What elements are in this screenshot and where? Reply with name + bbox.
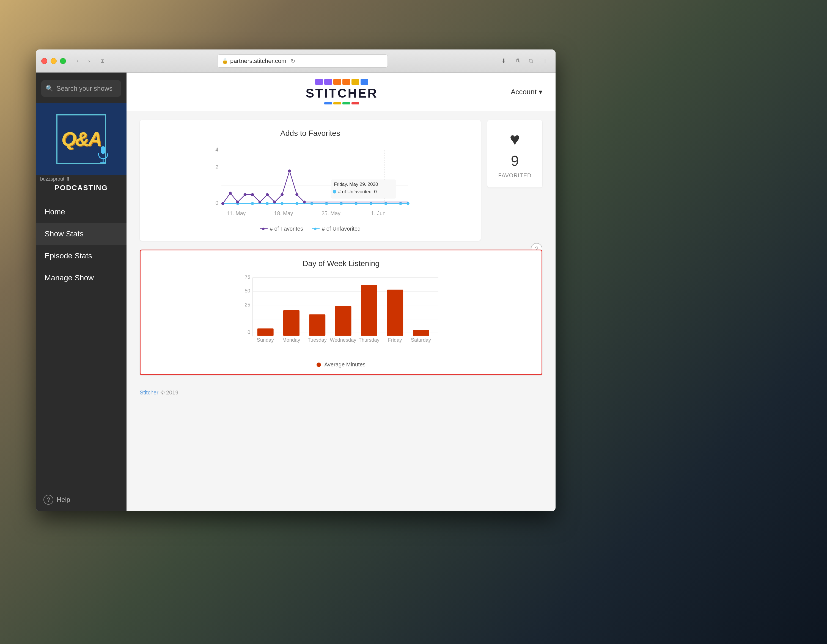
search-input-placeholder[interactable]: Search your shows bbox=[56, 85, 112, 92]
back-button[interactable]: ‹ bbox=[73, 56, 83, 66]
main-content: STITCHER Account ▾ bbox=[126, 73, 555, 511]
main-header: STITCHER Account ▾ bbox=[126, 73, 555, 111]
svg-text:0: 0 bbox=[215, 200, 218, 206]
svg-text:18. May: 18. May bbox=[274, 210, 293, 216]
account-button[interactable]: Account ▾ bbox=[511, 88, 542, 96]
svg-point-29 bbox=[229, 191, 232, 194]
podcast-title: PODCASTING bbox=[36, 182, 126, 196]
svg-text:25. May: 25. May bbox=[321, 210, 340, 216]
minimize-button[interactable] bbox=[51, 58, 57, 64]
sidebar-toggle-button[interactable]: ⊞ bbox=[97, 56, 107, 66]
svg-point-17 bbox=[266, 202, 269, 205]
svg-point-32 bbox=[251, 193, 254, 196]
svg-text:50: 50 bbox=[245, 288, 250, 294]
logo-bottom-red bbox=[351, 102, 359, 104]
charts-container: Adds to Favorites 4 2 bbox=[126, 111, 555, 384]
nav-menu: Home Show Stats Episode Stats Manage Sho… bbox=[36, 201, 126, 289]
address-bar-container: 🔒 partners.stitcher.com ↻ bbox=[111, 54, 495, 68]
logo-block-yellow bbox=[351, 79, 359, 85]
favorited-stat-card: ♥ 9 FAVORITED bbox=[487, 120, 542, 187]
share-icon[interactable]: ⎙ bbox=[512, 55, 523, 67]
svg-text:Tuesday: Tuesday bbox=[308, 337, 327, 343]
svg-text:11. May: 11. May bbox=[226, 210, 246, 216]
svg-point-38 bbox=[295, 193, 298, 196]
forward-button[interactable]: › bbox=[84, 56, 94, 66]
close-button[interactable] bbox=[41, 58, 47, 64]
new-tab-icon[interactable]: ⧉ bbox=[525, 55, 537, 67]
podcast-image-inner: Q&A bbox=[36, 103, 126, 175]
bar-friday bbox=[387, 290, 403, 336]
sidebar-item-home[interactable]: Home bbox=[36, 201, 126, 223]
svg-text:Saturday: Saturday bbox=[411, 337, 431, 343]
qa-logo-text: Q&A bbox=[61, 128, 101, 150]
stitcher-logo: STITCHER bbox=[306, 79, 378, 104]
svg-text:Friday: Friday bbox=[388, 337, 402, 343]
dow-chart-title: Day of Week Listening bbox=[151, 259, 531, 268]
search-box[interactable]: 🔍 Search your shows bbox=[41, 80, 121, 97]
favorites-chart-legend: # of Favorites # of Unfavorited bbox=[151, 226, 470, 232]
footer-stitcher-link[interactable]: Stitcher bbox=[140, 389, 158, 396]
dow-chart-svg: 75 50 25 0 bbox=[151, 275, 531, 357]
svg-point-37 bbox=[288, 170, 291, 173]
svg-point-35 bbox=[273, 201, 276, 204]
address-bar[interactable]: 🔒 partners.stitcher.com ↻ bbox=[217, 54, 388, 68]
content-area: 🔍 Search your shows Q&A bbox=[36, 73, 555, 511]
help-icon[interactable]: ? bbox=[44, 495, 53, 505]
svg-point-21 bbox=[325, 202, 328, 205]
browser-window: ‹ › ⊞ 🔒 partners.stitcher.com ↻ ⬇ ⎙ ⧉ + … bbox=[36, 50, 555, 511]
logo-top-blocks bbox=[315, 79, 368, 85]
favorites-section: Adds to Favorites 4 2 bbox=[140, 120, 542, 241]
favorited-count: 9 bbox=[511, 152, 519, 169]
svg-point-43 bbox=[333, 190, 336, 193]
svg-point-26 bbox=[399, 202, 402, 205]
dow-chart-card: Day of Week Listening bbox=[140, 250, 542, 375]
buzzsprout-icon: ⬆ bbox=[66, 176, 70, 182]
bar-tuesday bbox=[309, 314, 325, 336]
maximize-button[interactable] bbox=[60, 58, 66, 64]
svg-point-20 bbox=[310, 202, 313, 205]
svg-point-39 bbox=[303, 201, 306, 204]
search-icon: 🔍 bbox=[46, 85, 53, 92]
url-text: partners.stitcher.com bbox=[230, 58, 286, 65]
sidebar-item-episode-stats[interactable]: Episode Stats bbox=[36, 245, 126, 267]
svg-point-22 bbox=[340, 202, 343, 205]
svg-point-33 bbox=[259, 201, 262, 204]
account-label: Account bbox=[511, 88, 537, 96]
favorited-label: FAVORITED bbox=[498, 172, 532, 179]
reload-icon[interactable]: ↻ bbox=[291, 58, 295, 64]
svg-point-30 bbox=[236, 201, 239, 204]
sidebar-item-show-stats[interactable]: Show Stats bbox=[36, 223, 126, 245]
browser-actions: ⬇ ⎙ ⧉ bbox=[498, 55, 537, 67]
bar-wednesday bbox=[335, 306, 351, 336]
svg-text:Monday: Monday bbox=[282, 337, 301, 343]
download-icon[interactable]: ⬇ bbox=[498, 55, 509, 67]
legend-unfavorited: # of Unfavorited bbox=[312, 226, 360, 232]
svg-point-18 bbox=[281, 202, 284, 205]
svg-text:Sunday: Sunday bbox=[257, 337, 274, 343]
svg-text:4: 4 bbox=[215, 146, 218, 152]
svg-point-34 bbox=[266, 193, 269, 196]
bar-legend-dot bbox=[317, 362, 321, 367]
lock-icon: 🔒 bbox=[222, 58, 228, 64]
line-chart-area: 4 2 0 11. May 18. May 25. May 1. Jun bbox=[151, 144, 470, 221]
svg-text:25: 25 bbox=[245, 302, 250, 308]
logo-block-purple2 bbox=[324, 79, 332, 85]
logo-block-orange2 bbox=[342, 79, 350, 85]
account-chevron-icon: ▾ bbox=[539, 88, 542, 96]
sidebar-item-manage-show[interactable]: Manage Show bbox=[36, 267, 126, 289]
svg-point-25 bbox=[384, 202, 387, 205]
dow-section: Day of Week Listening bbox=[140, 250, 542, 375]
logo-bottom-blocks bbox=[324, 102, 359, 104]
logo-bottom-green bbox=[342, 102, 350, 104]
svg-point-24 bbox=[369, 202, 372, 205]
podcast-image-container: Q&A bbox=[36, 103, 126, 196]
svg-text:1. Jun: 1. Jun bbox=[371, 210, 385, 216]
svg-text:0: 0 bbox=[248, 330, 250, 335]
svg-text:# of Unfavorited: 0: # of Unfavorited: 0 bbox=[338, 189, 377, 194]
help-label[interactable]: Help bbox=[57, 496, 70, 504]
logo-bottom-yellow bbox=[333, 102, 341, 104]
sidebar: 🔍 Search your shows Q&A bbox=[36, 73, 126, 511]
favorites-chart-svg: 4 2 0 11. May 18. May 25. May 1. Jun bbox=[151, 144, 470, 221]
logo-bottom-blue bbox=[324, 102, 332, 104]
add-tab-button[interactable]: + bbox=[540, 56, 550, 66]
